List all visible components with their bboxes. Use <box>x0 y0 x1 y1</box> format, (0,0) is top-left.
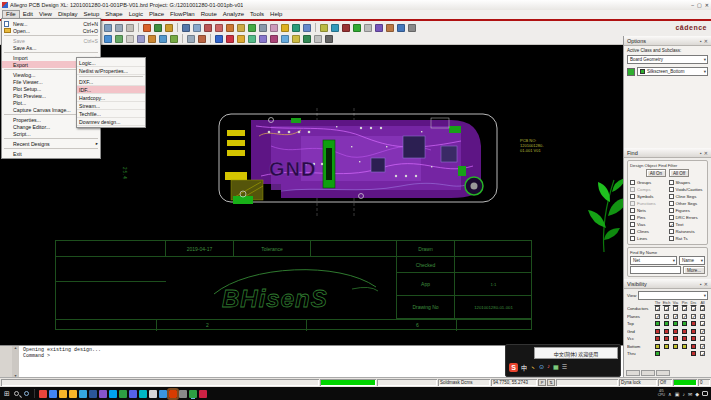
find-name-input[interactable] <box>630 266 681 274</box>
layer-color-swatch[interactable] <box>664 344 669 349</box>
toolbar-icon[interactable] <box>364 24 372 32</box>
toolbar-icon[interactable] <box>375 24 383 32</box>
toolbar-icon[interactable] <box>397 24 405 32</box>
menu-item[interactable]: Script... <box>2 130 100 137</box>
checkbox[interactable] <box>691 306 696 311</box>
layer-color-swatch[interactable] <box>655 321 660 326</box>
taskbar-app-icon[interactable] <box>189 390 197 398</box>
menu-place[interactable]: Place <box>146 10 167 19</box>
toolbar-icon[interactable] <box>386 24 394 32</box>
toolbar-icon[interactable] <box>143 24 151 32</box>
pin-icon[interactable] <box>700 150 702 156</box>
checkbox[interactable] <box>630 222 635 227</box>
pin-icon[interactable] <box>700 281 702 287</box>
notification-icon[interactable] <box>702 391 708 396</box>
toolbar-icon[interactable] <box>226 24 234 32</box>
toolbar-icon[interactable] <box>281 24 289 32</box>
panel-tab[interactable] <box>626 370 640 376</box>
taskbar-app-icon[interactable] <box>169 390 177 398</box>
toolbar-icon[interactable] <box>292 35 300 43</box>
subclass-color-button[interactable] <box>627 68 635 76</box>
ime-function-icon[interactable]: ⊙ <box>539 363 544 372</box>
toolbar-icon[interactable] <box>270 24 278 32</box>
taskbar-app-icon[interactable] <box>149 390 157 398</box>
maximize-button[interactable]: ▢ <box>697 2 702 8</box>
toolbar-icon[interactable] <box>137 35 145 43</box>
toolbar-icon[interactable] <box>215 24 223 32</box>
menu-item[interactable]: Exit <box>2 150 100 157</box>
layer-color-swatch[interactable] <box>655 351 660 356</box>
close-icon[interactable] <box>704 38 708 44</box>
checkbox[interactable] <box>669 208 674 213</box>
start-button-icon[interactable]: ⊞ <box>4 390 10 398</box>
toolbar-icon[interactable] <box>292 24 300 32</box>
checkbox[interactable] <box>669 194 674 199</box>
toolbar-icon[interactable] <box>314 35 322 43</box>
layer-color-swatch[interactable] <box>664 329 669 334</box>
cortana-icon[interactable] <box>24 391 29 396</box>
layer-color-swatch[interactable] <box>664 336 669 341</box>
toolbar-icon[interactable] <box>303 35 311 43</box>
tray-icon[interactable]: ♪ <box>682 391 685 397</box>
toolbar-icon[interactable] <box>353 24 361 32</box>
menu-item[interactable]: New...Ctrl+N <box>2 20 100 27</box>
tray-icon[interactable]: ✉ <box>688 391 692 397</box>
tray-icon[interactable]: ∧ <box>668 391 672 397</box>
menu-logic[interactable]: Logic <box>126 10 146 19</box>
taskbar-app-icon[interactable] <box>109 390 117 398</box>
checkbox[interactable] <box>630 215 635 220</box>
menu-shape[interactable]: Shape <box>102 10 125 19</box>
toolbar-icon[interactable] <box>259 24 267 32</box>
menu-item[interactable]: Logic... <box>77 59 145 67</box>
checkbox[interactable] <box>630 187 635 192</box>
checkbox[interactable] <box>655 306 660 311</box>
ime-function-icon[interactable]: ☰ <box>562 363 567 372</box>
taskbar-app-icon[interactable] <box>79 390 87 398</box>
toolbar-icon[interactable] <box>303 24 311 32</box>
checkbox[interactable] <box>700 344 705 349</box>
layer-color-swatch[interactable] <box>682 336 687 341</box>
taskbar-app-icon[interactable] <box>129 390 137 398</box>
checkbox[interactable] <box>669 187 674 192</box>
ime-function-icon[interactable]: 丶 <box>530 363 536 372</box>
subclass-dropdown[interactable]: Silkscreen_Bottom <box>637 67 708 76</box>
menu-tools[interactable]: Tools <box>247 10 267 19</box>
checkbox[interactable] <box>664 306 669 311</box>
checkbox[interactable] <box>700 351 705 356</box>
toolbar-icon[interactable] <box>182 24 190 32</box>
menu-item[interactable]: Recent Designs▸ <box>2 140 100 147</box>
layer-color-swatch[interactable] <box>673 321 678 326</box>
toolbar-icon[interactable] <box>237 24 245 32</box>
toolbar-icon[interactable] <box>193 24 201 32</box>
taskbar-app-icon[interactable] <box>139 390 147 398</box>
taskbar-app-icon[interactable] <box>199 390 207 398</box>
more-button[interactable]: More... <box>683 266 705 274</box>
toolbar-icon[interactable] <box>281 35 289 43</box>
checkbox[interactable] <box>669 236 674 241</box>
menu-item[interactable]: SaveCtrl+S <box>2 37 100 44</box>
ime-function-icon[interactable]: ♪ <box>547 363 550 372</box>
toolbar-icon[interactable] <box>126 24 134 32</box>
checkbox[interactable] <box>664 314 669 319</box>
drc-color-swatch[interactable] <box>691 321 696 326</box>
taskbar-app-icon[interactable] <box>49 390 57 398</box>
panel-tab[interactable] <box>656 370 670 376</box>
toolbar-icon[interactable] <box>408 24 416 32</box>
checkbox[interactable] <box>669 222 674 227</box>
drc-color-swatch[interactable] <box>691 344 696 349</box>
checkbox[interactable] <box>669 229 674 234</box>
checkbox[interactable] <box>630 201 635 206</box>
toolbar-icon[interactable] <box>154 24 162 32</box>
checkbox[interactable] <box>630 229 635 234</box>
options-pane-header[interactable]: Options <box>624 36 711 46</box>
layer-color-swatch[interactable] <box>664 321 669 326</box>
menu-item[interactable]: Stream... <box>77 102 145 110</box>
toolbar-icon[interactable] <box>248 24 256 32</box>
all-off-button[interactable]: All Off <box>669 169 689 177</box>
toolbar-icon[interactable] <box>170 35 178 43</box>
minimize-button[interactable]: – <box>691 2 694 8</box>
toolbar-icon[interactable] <box>237 35 245 43</box>
menu-analyze[interactable]: Analyze <box>220 10 247 19</box>
close-icon[interactable] <box>704 150 708 156</box>
layer-color-swatch[interactable] <box>655 336 660 341</box>
